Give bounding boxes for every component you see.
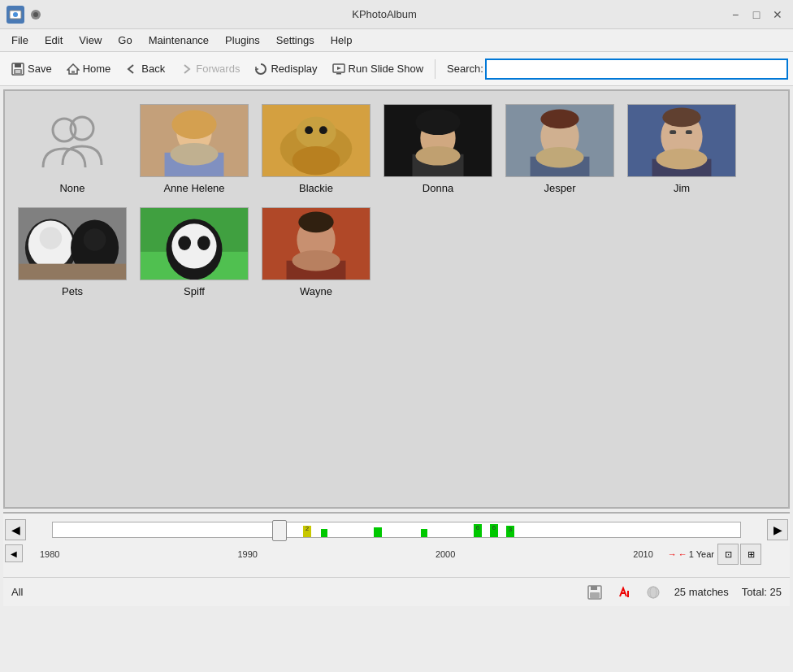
photo-item-pets[interactable]: Pets [18,207,127,297]
redisplay-button[interactable]: Redisplay [248,59,323,79]
forwards-button[interactable]: Forwards [173,59,246,79]
sphere-icon [645,584,661,600]
svg-point-60 [298,212,333,233]
save-status-icon[interactable] [587,584,603,600]
photo-item-anne-helene[interactable]: Anne Helene [140,104,249,194]
none-icon-container [18,104,127,177]
svg-point-48 [84,228,106,251]
photo-item-donna[interactable]: Donna [384,104,492,194]
search-input[interactable] [485,59,788,80]
donna-image [384,104,492,177]
photo-item-spiff[interactable]: Spiff [140,207,249,297]
year-2000: 2000 [436,549,455,559]
svg-point-25 [292,146,340,175]
photo-label-blackie: Blackie [299,182,333,194]
timeline-left-nav[interactable]: ◀ [5,544,23,562]
year-2010: 2010 [633,549,652,559]
timeline-labels-row: ◀ 1980 1990 2000 2010 → ← 1 Year ⊡ ⊞ [3,546,790,562]
titlebar: KPhotoAlbum − □ ✕ [0,0,793,29]
anne-helene-image [141,104,248,177]
photo-item-wayne[interactable]: Wayne [262,207,370,297]
photo-item-blackie[interactable]: Blackie [262,104,370,194]
wayne-image [262,207,370,280]
corner-buttons: ⊡ ⊞ [717,544,761,565]
menu-view[interactable]: View [71,32,110,49]
timeline-nav-right: ▶ [767,519,788,540]
photo-label-spiff: Spiff [184,285,205,297]
home-button[interactable]: Home [60,59,118,79]
timeline-prev-button[interactable]: ◀ [5,519,26,540]
photo-thumb-anne-helene [140,104,249,177]
menu-go[interactable]: Go [110,32,140,49]
tl-marker-4 [421,529,427,537]
photo-label-jim: Jim [674,182,690,194]
minimize-button[interactable]: − [726,6,744,24]
save-button[interactable]: Save [5,59,58,79]
window-controls: − □ ✕ [726,6,786,24]
svg-rect-12 [336,73,341,75]
home-icon [67,63,80,76]
photo-thumb-jesper [505,104,614,177]
save-label: Save [28,63,52,75]
menu-file[interactable]: File [3,32,37,49]
svg-rect-49 [19,264,126,280]
photo-item-jim[interactable]: Jim [627,104,736,194]
tl-marker-5: 6 [474,524,482,537]
svg-point-35 [540,110,578,129]
svg-point-54 [178,236,191,250]
spiff-image [141,207,248,280]
slideshow-button[interactable]: Run Slide Show [326,59,431,79]
scale-label: 1 Year [689,549,714,559]
zoom-all-button[interactable]: ⊞ [740,544,761,565]
svg-point-39 [656,149,707,170]
menu-plugins[interactable]: Plugins [217,32,268,49]
tl-marker-1: 2 [303,526,311,537]
svg-point-14 [53,119,76,141]
total-label: Total: 25 [742,586,782,598]
svg-point-47 [40,227,63,249]
people-icon [40,112,105,169]
menu-edit[interactable]: Edit [37,32,71,49]
timeline-thumb[interactable] [272,520,287,541]
photo-label-wayne: Wayne [300,285,332,297]
svg-point-2 [13,12,18,17]
slideshow-label: Run Slide Show [349,63,424,75]
main-content: None Anne Helene [3,89,790,509]
pin-icon [29,8,42,21]
timeline-next-button[interactable]: ▶ [767,519,788,540]
menu-maintenance[interactable]: Maintenance [141,32,217,49]
menu-settings[interactable]: Settings [268,32,323,49]
svg-point-40 [662,108,700,128]
menu-help[interactable]: Help [323,32,361,49]
svg-point-55 [197,236,210,250]
forwards-label: Forwards [196,63,240,75]
svg-marker-11 [337,67,341,70]
back-button[interactable]: Back [119,59,171,79]
annotation-icon[interactable] [616,584,632,600]
photo-thumb-spiff [140,207,249,280]
photo-item-jesper[interactable]: Jesper [505,104,614,194]
menubar: File Edit View Go Maintenance Plugins Se… [0,29,793,52]
tl-marker-6: 6 [490,524,498,537]
photo-item-none[interactable]: None [18,104,127,194]
toolbar: Save Home Back Forwards Redisplay Run [0,52,793,86]
photo-grid: None Anne Helene [18,104,775,297]
restore-button[interactable]: □ [748,6,765,24]
close-button[interactable]: ✕ [769,6,786,24]
tl-marker-3 [374,527,382,537]
filter-label: All [11,586,23,598]
forwards-icon [180,63,193,76]
photo-thumb-jim [627,104,736,177]
photo-label-anne-helene: Anne Helene [163,182,224,194]
svg-point-53 [171,223,216,268]
svg-point-24 [319,126,327,134]
photo-label-pets: Pets [62,285,83,297]
svg-rect-62 [591,586,597,590]
photo-thumb-wayne [262,207,370,280]
photo-label-donna: Donna [422,182,453,194]
zoom-fit-button[interactable]: ⊡ [717,544,739,565]
timeline-area: ◀ 2 6 6 3 ▶ ◀ 1980 [3,512,790,577]
timeline-bar[interactable]: 2 6 6 3 [52,522,741,538]
redisplay-icon [254,63,267,76]
photo-label-none: None [59,182,84,194]
